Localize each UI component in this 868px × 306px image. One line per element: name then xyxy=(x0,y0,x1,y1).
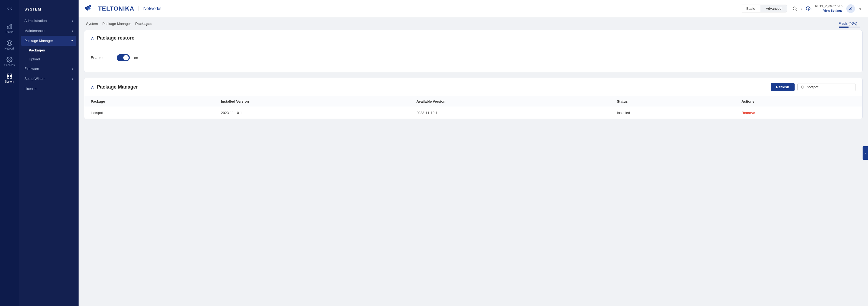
chevron-down-icon: ∨ xyxy=(71,39,73,42)
collapse-icon: ∧ xyxy=(91,35,94,41)
globe-icon xyxy=(6,40,12,46)
refresh-button[interactable]: Refresh xyxy=(771,83,795,91)
chevron-right-icon: › xyxy=(72,77,73,80)
flash-label: Flash: (46%) xyxy=(839,22,857,26)
mode-toggle: Basic Advanced xyxy=(741,5,787,12)
search-icon xyxy=(793,6,797,11)
chevron-right-icon: › xyxy=(72,29,73,33)
col-package: Package xyxy=(84,96,215,107)
network-label: Network xyxy=(5,47,14,50)
cloud-update-button[interactable] xyxy=(806,6,811,11)
user-icon xyxy=(848,6,853,11)
cell-installed-version: 2023-11-10-1 xyxy=(215,107,410,119)
bar-chart-icon xyxy=(6,24,12,30)
logo-text: TELTONIKA xyxy=(98,5,134,12)
col-actions: Actions xyxy=(735,96,862,107)
grid-icon xyxy=(6,73,12,79)
sidebar-icon-network[interactable]: Network xyxy=(0,37,19,53)
package-manager-card: ∧ Package Manager Refresh Package Instal… xyxy=(84,78,863,119)
sidebar-icon-services[interactable]: Services xyxy=(0,53,19,70)
teltonika-logo-icon xyxy=(85,5,95,12)
package-search-input[interactable] xyxy=(807,85,852,89)
svg-line-20 xyxy=(804,88,804,89)
chevron-right-icon: › xyxy=(72,67,73,70)
right-collapse-icon: › xyxy=(865,151,866,155)
svg-rect-7 xyxy=(10,74,12,75)
nav-item-setup-wizard[interactable]: Setup Wizard › xyxy=(19,74,79,84)
nav-sub-item-upload[interactable]: Upload xyxy=(19,55,79,64)
chevron-right-icon: › xyxy=(72,19,73,23)
cell-available-version: 2023-11-10-1 xyxy=(410,107,610,119)
view-settings-link[interactable]: View Settings xyxy=(815,9,842,13)
collapse-sidebar-button[interactable]: << xyxy=(3,3,16,15)
flash-progress-bar xyxy=(839,27,860,28)
gear-icon xyxy=(6,57,12,63)
breadcrumb: System › Package Manager › Packages xyxy=(79,17,868,30)
svg-point-15 xyxy=(793,7,797,10)
svg-rect-6 xyxy=(7,74,9,75)
cell-status: Installed xyxy=(610,107,735,119)
basic-mode-button[interactable]: Basic xyxy=(741,5,761,12)
nav-item-license[interactable]: License xyxy=(19,84,79,94)
package-manager-header: ∧ Package Manager Refresh xyxy=(84,78,862,96)
breadcrumb-system[interactable]: System xyxy=(86,22,98,26)
svg-point-19 xyxy=(801,86,804,88)
cloud-upload-icon xyxy=(806,6,811,11)
breadcrumb-packages: Packages xyxy=(135,22,152,26)
enable-label: Enable xyxy=(91,56,113,60)
col-status: Status xyxy=(610,96,735,107)
svg-rect-0 xyxy=(7,27,8,29)
services-label: Services xyxy=(4,64,14,67)
table-row: Hotspot 2023-11-10-1 2023-11-10-1 Instal… xyxy=(84,107,862,119)
search-shortcut: / xyxy=(801,6,802,10)
col-installed-version: Installed Version xyxy=(215,96,410,107)
package-restore-body: Enable on xyxy=(84,46,862,72)
content-area: System › Package Manager › Packages Flas… xyxy=(79,17,868,306)
user-avatar[interactable] xyxy=(846,4,855,13)
main-area: TELTONIKA | Networks Basic Advanced / xyxy=(79,0,868,306)
svg-line-16 xyxy=(796,9,797,10)
header-icons: / RUT9_R_00.07.06.3 View Settings ∨ xyxy=(793,4,862,13)
svg-point-18 xyxy=(850,7,851,8)
packages-table: Package Installed Version Available Vers… xyxy=(84,96,862,119)
breadcrumb-sep-1: › xyxy=(99,22,100,26)
right-collapse-button[interactable]: › xyxy=(863,146,868,160)
nav-item-firmware[interactable]: Firmware › xyxy=(19,64,79,74)
remove-button[interactable]: Remove xyxy=(735,107,862,119)
advanced-mode-button[interactable]: Advanced xyxy=(761,5,787,12)
breadcrumb-sep-2: › xyxy=(132,22,133,26)
nav-item-package-manager[interactable]: Package Manager ∨ xyxy=(21,36,76,46)
flash-progress-fill xyxy=(839,27,849,28)
nav-item-administration[interactable]: Administration › xyxy=(19,16,79,26)
table-header-row: Package Installed Version Available Vers… xyxy=(84,96,862,107)
user-dropdown-chevron[interactable]: ∨ xyxy=(859,6,862,11)
sidebar-icon-system[interactable]: System xyxy=(0,70,19,87)
nav-item-maintenance[interactable]: Maintenance › xyxy=(19,26,79,36)
header: TELTONIKA | Networks Basic Advanced / xyxy=(79,0,868,17)
svg-rect-8 xyxy=(10,77,12,78)
logo-area: TELTONIKA | Networks xyxy=(85,5,161,12)
package-restore-title: Package restore xyxy=(97,35,134,41)
search-button[interactable] xyxy=(793,6,797,11)
enable-toggle[interactable] xyxy=(117,54,130,61)
package-manager-title: Package Manager xyxy=(97,84,768,90)
sidebar-icon-status[interactable]: Status xyxy=(0,20,19,37)
package-restore-header[interactable]: ∧ Package restore xyxy=(84,30,862,46)
package-restore-card: ∧ Package restore Enable on xyxy=(84,30,863,72)
search-box-icon xyxy=(801,85,805,89)
logo-networks: Networks xyxy=(143,6,161,11)
svg-point-5 xyxy=(9,59,10,60)
toggle-slider[interactable] xyxy=(117,54,130,61)
firmware-version: RUT9_R_00.07.06.3 xyxy=(815,4,842,8)
system-label: System xyxy=(5,80,14,83)
flash-indicator: Flash: (46%) xyxy=(839,22,860,28)
nav-sub-item-packages[interactable]: Packages xyxy=(19,46,79,55)
breadcrumb-package-manager[interactable]: Package Manager xyxy=(102,22,131,26)
pm-collapse-icon: ∧ xyxy=(91,84,94,90)
nav-sidebar: SYSTEM Administration › Maintenance › Pa… xyxy=(19,0,79,306)
toggle-on-text: on xyxy=(134,56,138,60)
enable-toggle-row: Enable on xyxy=(91,52,856,67)
svg-rect-1 xyxy=(9,25,10,29)
svg-rect-9 xyxy=(7,77,9,78)
firmware-info: RUT9_R_00.07.06.3 View Settings xyxy=(815,4,842,13)
